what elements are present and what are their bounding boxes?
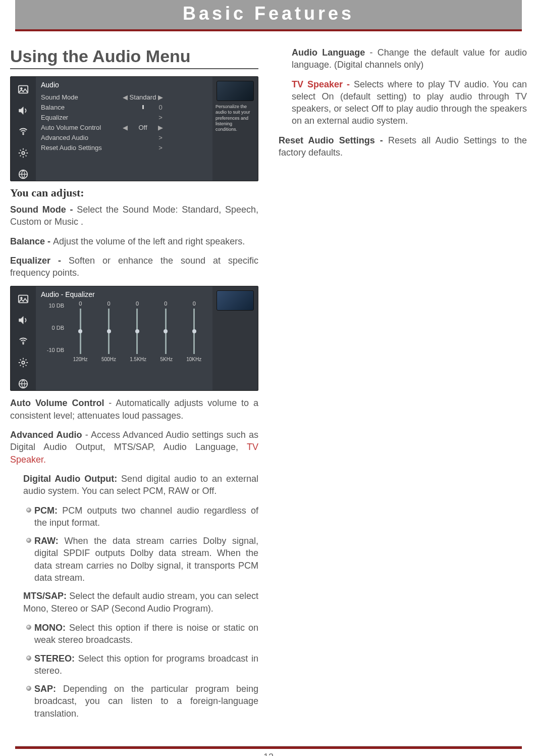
para-reset: Reset Audio Settings - Resets all Audio … [279, 134, 527, 159]
footer-rule [15, 746, 522, 749]
row-value: Standard [129, 93, 157, 101]
label: Advanced Audio [10, 430, 82, 440]
label: Sound Mode - [10, 205, 77, 215]
menu-help-pane: Personalize the audio to suit your prefe… [212, 77, 258, 181]
bullet-sap: SAP: Depending on the particular program… [23, 683, 258, 720]
audio-icon [17, 104, 30, 117]
x-tick: 5KHz [160, 357, 172, 362]
svg-point-7 [23, 343, 24, 345]
eq-band: 0 [125, 301, 150, 354]
signal-icon [17, 335, 30, 348]
preview-thumbnail [217, 290, 254, 311]
row-label: Equalizer [41, 114, 122, 121]
equalizer-panel: Audio - Equalizer 10 DB 0 DB -10 DB 0 0 … [10, 286, 258, 391]
bullet-icon [23, 535, 34, 584]
left-arrow-icon: ◀ [122, 93, 129, 101]
eq-graph: 0 0 0 0 0 120Hz 500Hz 1.5KHz 5KHz [66, 301, 208, 362]
svg-point-2 [23, 133, 24, 135]
right-arrow-icon: ▶ [157, 124, 164, 131]
label: Audio Language [292, 47, 365, 58]
band-track [108, 309, 110, 354]
row-value: Off [129, 124, 157, 131]
right-arrow-icon: ▶ [157, 93, 164, 101]
bullet-icon [23, 652, 34, 677]
equalizer-title: Audio - Equalizer [41, 290, 208, 298]
audio-icon [17, 314, 30, 327]
menu-row-reset: Reset Audio Settings > [41, 142, 209, 153]
eq-band: 0 [68, 301, 93, 354]
svg-point-8 [22, 362, 25, 365]
globe-icon [17, 168, 30, 181]
band-value: 0 [108, 300, 111, 307]
band-handle [78, 329, 82, 333]
para-audio-language: Audio Language - Change the default valu… [292, 46, 527, 71]
label: Equalizer - [10, 256, 69, 266]
para-avc: Auto Volume Control - Automatically adju… [10, 397, 258, 422]
row-label: Sound Mode [41, 93, 122, 101]
eq-band: 0 [181, 301, 207, 354]
chapter-heading: Basic Features [15, 0, 522, 31]
menu-row-equalizer: Equalizer > [41, 112, 209, 122]
band-value: 0 [193, 300, 196, 307]
row-right: 0 [157, 104, 164, 111]
bullet-pcm: PCM: PCM outputs two channel audio regar… [23, 505, 258, 529]
gear-icon [17, 146, 30, 160]
label: MTS/SAP: [23, 591, 69, 601]
eq-band: 0 [153, 301, 179, 354]
label: Digital Audio Output: [23, 474, 121, 484]
subhead-you-can-adjust: You can adjust: [10, 186, 258, 199]
band-handle [164, 329, 168, 333]
band-value: 0 [164, 300, 167, 307]
menu-sidebar [11, 286, 36, 390]
y-tick: 10 DB [41, 303, 64, 309]
band-track [165, 309, 167, 354]
text: Depending on the particular program bein… [34, 684, 258, 719]
label: PCM: [34, 506, 62, 516]
row-label: Auto Volume Control [41, 124, 122, 131]
label: Auto Volume Control [10, 398, 104, 408]
label: SAP: [34, 684, 63, 694]
picture-icon [17, 292, 30, 306]
section-title: Using the Audio Menu [10, 46, 258, 69]
x-tick: 1.5KHz [130, 357, 146, 362]
y-tick: 0 DB [41, 325, 64, 331]
band-track [80, 309, 81, 354]
menu-sidebar [11, 77, 36, 181]
signal-icon [17, 125, 30, 138]
eq-right-pane [212, 286, 258, 390]
eq-y-axis: 10 DB 0 DB -10 DB [41, 301, 66, 362]
svg-point-3 [22, 152, 25, 155]
equalizer-main: Audio - Equalizer 10 DB 0 DB -10 DB 0 0 … [36, 286, 212, 390]
y-tick: -10 DB [41, 347, 64, 353]
band-handle [192, 329, 196, 333]
para-advanced: Advanced Audio - Access Advanced Audio s… [10, 429, 258, 466]
audio-menu-panel: Audio Sound Mode ◀ Standard ▶ Balance 0 [10, 76, 258, 181]
bullet-raw: RAW: When the data stream carries Dolby … [23, 535, 258, 584]
row-label: Reset Audio Settings [41, 144, 122, 152]
band-handle [107, 329, 111, 333]
menu-row-advanced: Advanced Audio > [41, 132, 209, 142]
bullet-icon [23, 622, 34, 646]
row-value [129, 105, 157, 109]
label: RAW: [34, 536, 64, 546]
para-tv-speaker: TV Speaker - Selects where to play TV au… [292, 78, 527, 127]
row-label: Advanced Audio [41, 134, 122, 141]
label: STEREO: [34, 653, 78, 664]
chevron-right-icon: > [157, 114, 164, 121]
band-value: 0 [79, 300, 82, 307]
para-sound-mode: Sound Mode - Select the Sound Mode: Stan… [10, 204, 258, 228]
chevron-right-icon: > [157, 134, 164, 141]
picture-icon [17, 83, 30, 96]
text: PCM outputs two channel audio regardless… [34, 506, 258, 528]
bullet-icon [23, 683, 34, 720]
svg-point-1 [21, 87, 23, 89]
para-balance: Balance - Adjust the volume of the left … [10, 235, 258, 247]
chevron-right-icon: > [157, 144, 164, 152]
band-value: 0 [136, 300, 139, 307]
preview-thumbnail [217, 81, 254, 101]
menu-row-balance: Balance 0 [41, 102, 209, 112]
label: MONO: [34, 623, 69, 633]
menu-row-avc: Auto Volume Control ◀ Off ▶ [41, 122, 209, 132]
x-tick: 500Hz [101, 357, 116, 362]
bullet-mono: MONO: Select this option if there is noi… [23, 622, 258, 646]
